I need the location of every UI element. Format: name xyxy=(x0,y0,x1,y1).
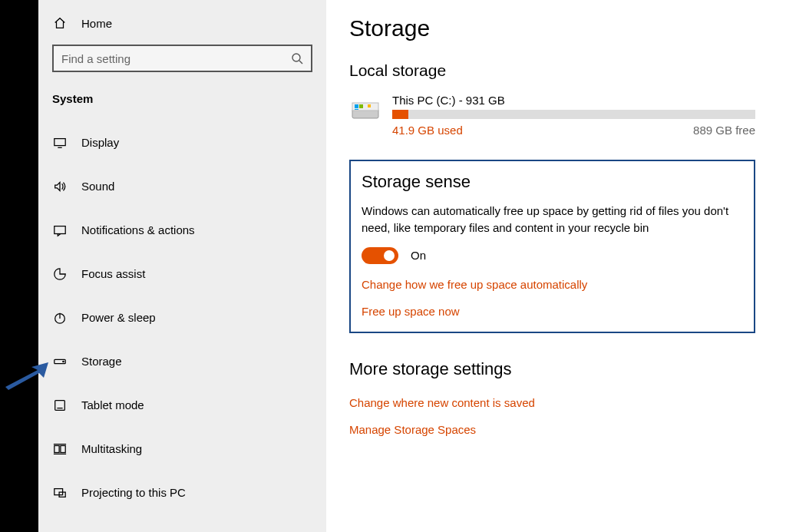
drive-usage-fill xyxy=(392,110,408,119)
svg-point-5 xyxy=(63,361,64,362)
home-label: Home xyxy=(81,17,112,30)
display-icon xyxy=(52,135,68,150)
storage-sense-description: Windows can automatically free up space … xyxy=(362,203,743,236)
projecting-icon xyxy=(52,485,68,501)
sidebar-item-label: Sound xyxy=(81,180,114,193)
sidebar-item-sound[interactable]: Sound xyxy=(38,164,326,208)
drive-used-text: 41.9 GB used xyxy=(392,124,463,137)
drive-info: This PC (C:) - 931 GB 41.9 GB used 889 G… xyxy=(392,94,755,137)
link-free-up-now[interactable]: Free up space now xyxy=(362,305,743,318)
sidebar-item-tablet-mode[interactable]: Tablet mode xyxy=(38,383,326,427)
drive-stats: 41.9 GB used 889 GB free xyxy=(392,124,755,137)
link-change-auto-free[interactable]: Change how we free up space automaticall… xyxy=(362,278,743,291)
sidebar-item-storage[interactable]: Storage xyxy=(38,339,326,383)
drive-usage-bar xyxy=(392,110,755,119)
storage-sense-highlight-box: Storage sense Windows can automatically … xyxy=(349,160,755,333)
storage-sense-toggle[interactable] xyxy=(362,247,398,264)
sidebar-item-label: Notifications & actions xyxy=(81,223,195,236)
tablet-icon xyxy=(52,398,68,413)
more-storage-heading: More storage settings xyxy=(349,359,755,379)
svg-rect-7 xyxy=(54,445,59,452)
home-icon xyxy=(52,15,68,31)
focus-assist-icon xyxy=(52,266,68,282)
svg-rect-16 xyxy=(368,104,371,107)
multitasking-icon xyxy=(52,441,68,457)
drive-icon xyxy=(349,94,381,126)
svg-rect-2 xyxy=(54,226,65,233)
sidebar-item-label: Projecting to this PC xyxy=(81,486,186,499)
toggle-state-label: On xyxy=(411,249,426,262)
search-box[interactable] xyxy=(52,45,312,72)
page-title: Storage xyxy=(349,15,755,41)
sidebar-item-notifications[interactable]: Notifications & actions xyxy=(38,208,326,252)
drive-row[interactable]: This PC (C:) - 931 GB 41.9 GB used 889 G… xyxy=(349,94,755,137)
sound-icon xyxy=(52,179,68,194)
notifications-icon xyxy=(52,223,68,238)
sidebar-item-power-sleep[interactable]: Power & sleep xyxy=(38,296,326,339)
search-icon xyxy=(291,52,303,64)
local-storage-heading: Local storage xyxy=(349,61,755,80)
link-change-where-saved[interactable]: Change where new content is saved xyxy=(349,396,755,409)
window-left-bar xyxy=(0,0,38,532)
link-manage-storage-spaces[interactable]: Manage Storage Spaces xyxy=(349,423,755,436)
svg-rect-6 xyxy=(55,400,65,410)
sidebar-item-projecting[interactable]: Projecting to this PC xyxy=(38,471,326,514)
svg-rect-8 xyxy=(61,445,65,452)
sidebar-item-label: Tablet mode xyxy=(81,398,144,411)
settings-sidebar: Home System Display xyxy=(38,0,326,532)
sidebar-item-label: Multitasking xyxy=(81,442,142,455)
sidebar-item-focus-assist[interactable]: Focus assist xyxy=(38,252,326,296)
storage-icon xyxy=(52,354,68,369)
search-input[interactable] xyxy=(61,52,291,65)
more-storage-section: More storage settings Change where new c… xyxy=(349,359,755,436)
sidebar-item-label: Storage xyxy=(81,355,122,368)
toggle-knob xyxy=(384,250,395,261)
sidebar-item-label: Display xyxy=(81,136,119,149)
sidebar-item-label: Focus assist xyxy=(81,267,145,280)
storage-sense-heading: Storage sense xyxy=(362,172,743,192)
main-content: Storage Local storage This PC (C:) - 931… xyxy=(326,0,786,532)
svg-point-0 xyxy=(292,54,300,61)
svg-rect-1 xyxy=(54,138,65,145)
svg-rect-13 xyxy=(355,104,358,108)
storage-sense-toggle-row: On xyxy=(362,247,743,264)
sidebar-item-label: Power & sleep xyxy=(81,311,156,324)
svg-rect-14 xyxy=(359,104,363,108)
drive-free-text: 889 GB free xyxy=(693,124,755,137)
sidebar-item-display[interactable]: Display xyxy=(38,121,326,164)
sidebar-section-title: System xyxy=(38,84,326,121)
search-container xyxy=(38,38,326,84)
sidebar-item-multitasking[interactable]: Multitasking xyxy=(38,427,326,471)
drive-name: This PC (C:) - 931 GB xyxy=(392,94,755,107)
power-icon xyxy=(52,310,68,325)
home-link[interactable]: Home xyxy=(38,8,326,38)
svg-rect-15 xyxy=(355,109,358,110)
